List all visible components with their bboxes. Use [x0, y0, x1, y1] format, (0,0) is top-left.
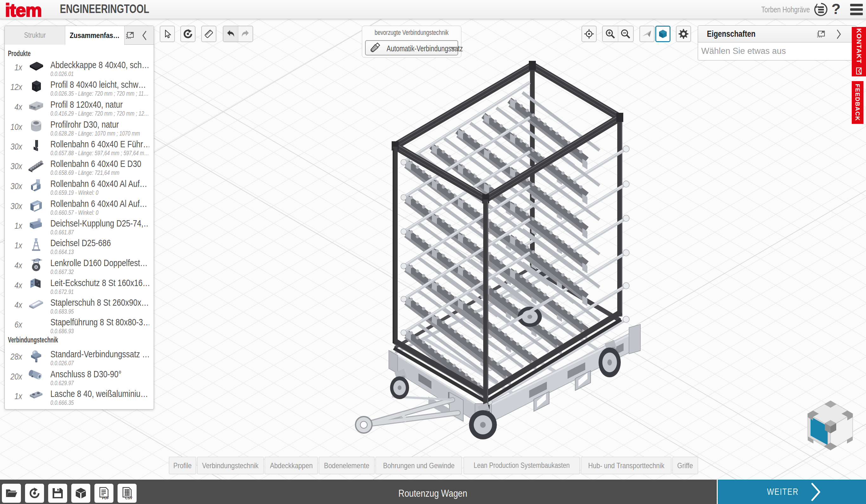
svg-text:CSV: CSV	[125, 496, 132, 500]
svg-text:PDF: PDF	[102, 496, 109, 500]
